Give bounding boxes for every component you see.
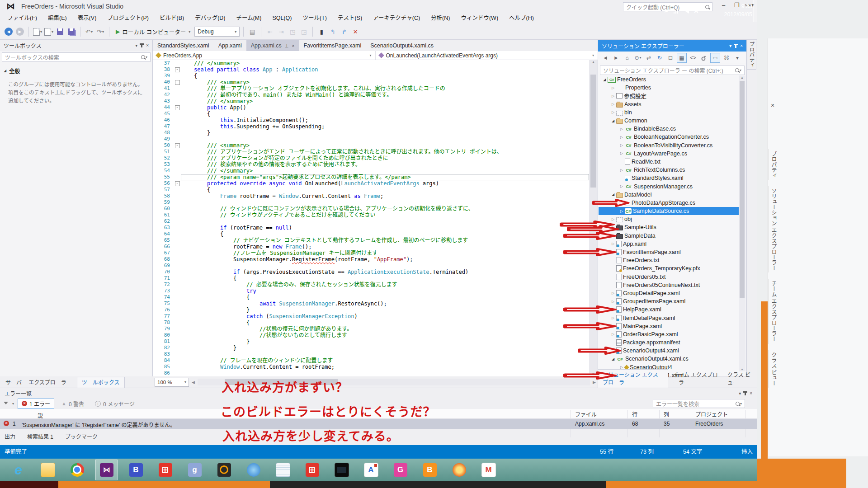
code-line[interactable]: 76} xyxy=(153,307,589,313)
preview-selected-items-icon[interactable]: ▭ xyxy=(710,53,720,63)
code-line[interactable]: 82} xyxy=(153,345,589,351)
code-line[interactable]: 55/// <param name="args">起動要求とプロセスの詳細を表示… xyxy=(153,174,589,180)
line-number[interactable]: 49 xyxy=(153,136,174,142)
line-number[interactable]: 52 xyxy=(153,155,174,161)
line-number[interactable]: 51 xyxy=(153,149,174,155)
expander-icon[interactable]: ▷ xyxy=(610,308,616,312)
pin-icon[interactable]: ⊥ xyxy=(285,43,289,48)
tree-item[interactable]: ▷C#RichTextColumns.cs xyxy=(599,166,740,174)
column-project[interactable]: プロジェクト xyxy=(695,410,728,418)
expander-icon[interactable]: ▷ xyxy=(610,86,616,90)
expander-icon[interactable]: ▷ xyxy=(610,324,616,328)
editor-vertical-scrollbar[interactable]: ▲ ▼ xyxy=(589,60,598,376)
pin-icon[interactable] xyxy=(735,44,736,48)
expander-icon[interactable]: ▷ xyxy=(610,94,616,98)
line-number[interactable]: 54 xyxy=(153,168,174,174)
fold-margin[interactable] xyxy=(174,256,181,263)
code-line[interactable]: 50-/// <summary> xyxy=(153,142,589,149)
ime-indicator[interactable]: A xyxy=(694,8,698,14)
code-line[interactable]: 78{ xyxy=(153,319,589,326)
menu-item[interactable]: プロジェクト(P) xyxy=(102,13,154,24)
editor-zoom-select[interactable]: 100 %▾ xyxy=(155,378,189,387)
line-number[interactable]: 56 xyxy=(153,180,174,187)
chevron-down-icon[interactable]: ▾ xyxy=(135,43,137,48)
line-number[interactable]: 53 xyxy=(153,161,174,168)
scroll-left-icon[interactable]: ◀ xyxy=(192,380,195,385)
fold-margin[interactable] xyxy=(174,307,181,313)
code-line[interactable]: 86 xyxy=(153,370,589,376)
properties-edge-tab[interactable]: プロパティ xyxy=(747,40,756,70)
redo-icon[interactable]: ↷▾ xyxy=(95,27,105,37)
code-line[interactable]: 74{ xyxy=(153,294,589,300)
fold-margin[interactable] xyxy=(174,199,181,206)
fold-margin[interactable] xyxy=(174,193,181,199)
line-number[interactable]: 78 xyxy=(153,319,174,326)
line-number[interactable]: 69 xyxy=(153,263,174,269)
breakpoint-window-icon-disabled[interactable]: ◳ xyxy=(288,27,297,37)
scrollbar-thumb[interactable] xyxy=(590,75,596,188)
line-number[interactable]: 84 xyxy=(153,357,174,364)
windows-red-icon[interactable]: ⊞ xyxy=(154,460,176,480)
pending-changes-filter-icon[interactable]: ⊙▾ xyxy=(633,53,642,62)
chrome-icon[interactable] xyxy=(66,460,88,480)
fold-margin[interactable]: - xyxy=(174,104,181,111)
warnings-filter-button[interactable]: ▲ 0 警告 xyxy=(58,399,88,408)
code-line[interactable]: 72// 必要な場合のみ、保存されたセッション状態を復元します xyxy=(153,282,589,288)
fold-margin[interactable] xyxy=(174,288,181,294)
toolbox-group-general[interactable]: ◢ 全般 xyxy=(0,63,152,76)
tree-item[interactable]: ▷C#SampleDataSource.cs xyxy=(599,207,740,215)
panel-tab[interactable]: サーバー エクスプローラー xyxy=(1,377,76,388)
fold-margin[interactable] xyxy=(174,136,181,142)
navigate-back-icon[interactable]: ◀ xyxy=(5,28,13,36)
tree-item[interactable]: ◢C#ScenarioOutput4.xaml.cs xyxy=(599,355,740,363)
pin-icon[interactable] xyxy=(141,43,142,47)
volume-icon[interactable] xyxy=(683,9,689,14)
line-number[interactable]: 43 xyxy=(153,98,174,104)
chevron-down-icon[interactable]: ▾ xyxy=(729,43,731,48)
menu-item[interactable]: アーキテクチャ(C) xyxy=(368,13,425,24)
class-diagram-icon[interactable]: ⌘ xyxy=(722,53,731,62)
fold-margin[interactable] xyxy=(174,187,181,193)
home-icon[interactable]: ⌂ xyxy=(623,53,632,62)
tree-item[interactable]: ▷C#BooleanNegationConverter.cs xyxy=(599,133,740,141)
fold-margin[interactable] xyxy=(174,300,181,307)
fold-margin[interactable] xyxy=(174,326,181,332)
attach-process-icon[interactable]: ▤ xyxy=(247,27,257,37)
document-tab[interactable]: ScenarioOutput4.xaml.cs xyxy=(366,40,438,51)
close-icon[interactable]: × xyxy=(146,43,149,48)
tree-item[interactable]: ◢Common xyxy=(599,117,740,125)
menu-item[interactable]: 分析(N) xyxy=(425,13,455,24)
code-line[interactable]: 79//状態の復元に何か問題があります。 xyxy=(153,326,589,332)
line-number[interactable]: 72 xyxy=(153,282,174,288)
fold-margin[interactable] xyxy=(174,85,181,92)
fold-margin[interactable] xyxy=(174,357,181,364)
tree-item[interactable]: ▷C#BindableBase.cs xyxy=(599,125,740,133)
view-code-icon[interactable]: <> xyxy=(689,53,698,62)
line-number[interactable]: 38 xyxy=(153,66,174,73)
taskbar-clock[interactable]: 9:33 2012/09/05 xyxy=(713,2,752,19)
code-line[interactable]: 73try xyxy=(153,288,589,294)
code-line[interactable]: 75await SuspensionManager.RestoreAsync()… xyxy=(153,300,589,307)
close-icon[interactable]: × xyxy=(750,391,752,396)
code-line[interactable]: 53/// 検索結果やその他の情報を表示するために使用されます。 xyxy=(153,161,589,168)
code-line[interactable]: 47this.Suspending += OnSuspending; xyxy=(153,123,589,130)
expander-icon[interactable]: ▷ xyxy=(610,300,616,304)
fold-margin[interactable] xyxy=(174,332,181,338)
code-line[interactable]: 48} xyxy=(153,130,589,136)
expander-icon[interactable]: ▷ xyxy=(610,102,616,106)
error-list-search-input[interactable]: エラー一覧を検索 ▾ xyxy=(653,399,745,408)
code-line[interactable]: 45{ xyxy=(153,111,589,117)
fold-margin[interactable] xyxy=(174,313,181,319)
fold-margin[interactable]: - xyxy=(174,66,181,73)
fold-margin[interactable] xyxy=(174,338,181,345)
fold-margin[interactable] xyxy=(174,212,181,218)
errors-filter-button[interactable]: ✕ 1 エラー xyxy=(18,399,54,409)
internet-explorer-icon[interactable]: e xyxy=(7,460,29,480)
line-number[interactable]: 44 xyxy=(153,104,174,111)
notepad-icon[interactable] xyxy=(272,460,294,480)
line-number[interactable]: 65 xyxy=(153,237,174,244)
tree-item[interactable]: FreeOrders.txt xyxy=(599,256,740,264)
save-icon[interactable] xyxy=(57,28,63,35)
fold-margin[interactable]: - xyxy=(174,79,181,85)
code-line[interactable]: 39{ xyxy=(153,73,589,79)
